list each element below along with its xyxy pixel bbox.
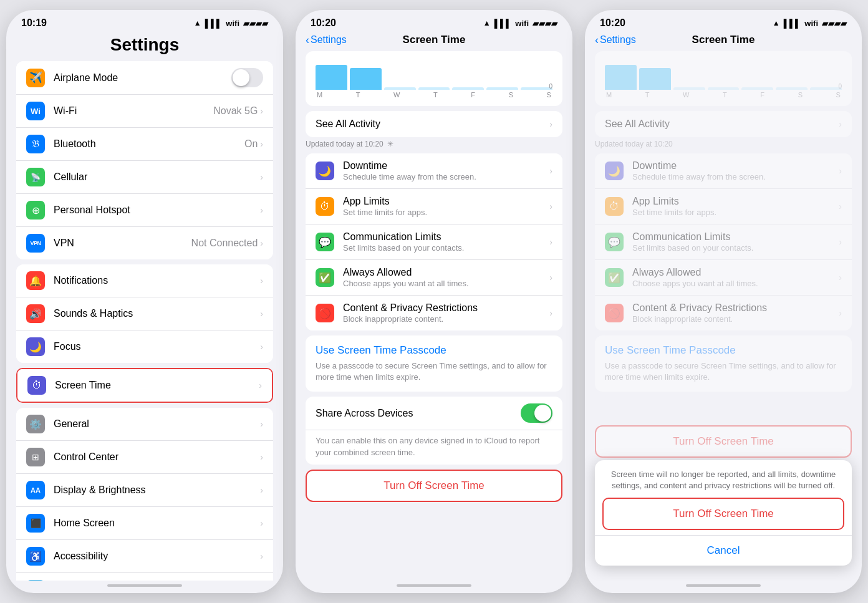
screen-time-highlighted-group: ⏱ Screen Time › — [16, 368, 273, 403]
alwaysallowed-row-2[interactable]: ✅ Always Allowed Choose apps you want at… — [306, 260, 562, 296]
accessibility-label: Accessibility — [54, 551, 260, 562]
passcode-desc-3: Use a passcode to secure Screen Time set… — [605, 360, 842, 383]
alert-turn-off-btn-3[interactable]: Turn Off Screen Time — [602, 498, 844, 530]
focus-row[interactable]: 🌙 Focus › — [16, 330, 273, 363]
bar-s1-3 — [776, 87, 808, 90]
alwaysallowed-icon-3: ✅ — [605, 268, 624, 287]
share-toggle-2[interactable] — [521, 403, 552, 423]
status-time-2: 10:20 — [311, 17, 336, 29]
see-all-label-3: See All Activity — [605, 118, 670, 130]
notifications-row[interactable]: 🔔 Notifications › — [16, 264, 273, 297]
bar-f-2 — [452, 87, 484, 90]
see-all-row-2[interactable]: See All Activity › — [306, 111, 562, 137]
alwaysallowed-row-3[interactable]: ✅ Always Allowed Choose apps you want at… — [595, 260, 852, 296]
status-time-1: 10:19 — [21, 17, 47, 29]
contentprivacy-row-2[interactable]: 🚫 Content & Privacy Restrictions Block i… — [306, 296, 562, 330]
commlimits-row-2[interactable]: 💬 Communication Limits Set limits based … — [306, 224, 562, 260]
commlimits-label-2: Communication Limits — [343, 231, 549, 243]
home-indicator-3 — [585, 581, 862, 593]
chart-days-2: MTWTFSS — [316, 91, 552, 99]
general-row[interactable]: ⚙️ General › — [16, 408, 273, 441]
chart-days-3: MTWTFSS — [605, 91, 842, 99]
downtime-chevron-3: › — [839, 166, 842, 176]
passcode-link-2[interactable]: Use Screen Time Passcode — [316, 344, 552, 357]
display-row[interactable]: AA Display & Brightness › — [16, 474, 273, 507]
general-icon: ⚙️ — [26, 415, 45, 433]
downtime-subtitle-2: Schedule time away from the screen. — [343, 172, 549, 181]
screen-time-icon: ⏱ — [27, 376, 46, 395]
screen-time-row[interactable]: ⏱ Screen Time › — [17, 369, 272, 402]
home-indicator-1 — [6, 581, 283, 593]
passcode-section-3[interactable]: Use Screen Time Passcode Use a passcode … — [595, 335, 852, 392]
screen-time-scroll-3: 0 MTWTFSS See All Activity › Updated tod… — [585, 51, 862, 581]
share-row-2: Share Across Devices You can enable this… — [306, 397, 562, 464]
cellular-icon: 📡 — [26, 168, 45, 186]
bluetooth-row[interactable]: 𝔅 Bluetooth On › — [16, 128, 273, 161]
phone-2: 10:20 ▲ ▌▌▌ wifi ▰▰▰▰ ‹ Settings Screen … — [296, 10, 572, 593]
downtime-chevron-2: › — [549, 166, 552, 176]
wifi-icon-2: wifi — [515, 19, 529, 28]
homescreen-label: Home Screen — [54, 518, 260, 529]
passcode-link-3[interactable]: Use Screen Time Passcode — [605, 344, 842, 357]
features-group-3: 🌙 Downtime Schedule time away from the s… — [595, 153, 852, 330]
downtime-label-2: Downtime — [343, 160, 549, 171]
applimits-chevron-2: › — [549, 201, 552, 211]
passcode-section-2[interactable]: Use Screen Time Passcode Use a passcode … — [306, 335, 562, 392]
notifications-chevron: › — [260, 276, 263, 286]
applimits-row-3[interactable]: ⏱ App Limits Set time limits for apps. › — [595, 189, 852, 224]
screen-time-label: Screen Time — [55, 380, 259, 391]
control-center-label: Control Center — [54, 451, 260, 463]
alert-cancel-btn-3[interactable]: Cancel — [595, 535, 852, 566]
wallpaper-row[interactable]: 🌸 Wallpaper › — [16, 573, 273, 581]
display-icon: AA — [26, 481, 45, 499]
notifications-icon: 🔔 — [26, 271, 45, 290]
airplane-mode-row[interactable]: ✈️ Airplane Mode — [16, 61, 273, 95]
bar-t1-2 — [350, 68, 382, 90]
bluetooth-icon: 𝔅 — [26, 135, 45, 153]
display-label: Display & Brightness — [54, 485, 260, 496]
commlimits-subtitle-3: Set limits based on your contacts. — [632, 243, 839, 253]
airplane-toggle[interactable] — [231, 68, 263, 87]
wifi-value: Novak 5G — [213, 105, 258, 117]
see-all-row-3[interactable]: See All Activity › — [595, 111, 852, 137]
control-center-row[interactable]: ⊞ Control Center › — [16, 441, 273, 474]
wifi-icon-3: wifi — [804, 19, 818, 28]
status-icons-1: ▲ ▌▌▌ wifi ▰▰▰▰ — [194, 19, 268, 28]
back-button-2[interactable]: ‹ Settings — [306, 34, 347, 47]
back-button-3[interactable]: ‹ Settings — [595, 34, 636, 47]
commlimits-row-3[interactable]: 💬 Communication Limits Set limits based … — [595, 224, 852, 260]
sounds-row[interactable]: 🔊 Sounds & Haptics › — [16, 297, 273, 330]
commlimits-icon-3: 💬 — [605, 233, 624, 251]
location-icon-3: ▲ — [773, 19, 780, 27]
turn-off-btn-2[interactable]: Turn Off Screen Time — [306, 470, 562, 502]
accessibility-row[interactable]: ♿ Accessibility › — [16, 540, 273, 573]
chart-area-3: 0 MTWTFSS — [595, 51, 852, 106]
downtime-row-2[interactable]: 🌙 Downtime Schedule time away from the s… — [306, 153, 562, 189]
focus-label: Focus — [54, 341, 260, 352]
bluetooth-value: On — [244, 138, 258, 150]
downtime-label-3: Downtime — [632, 160, 839, 171]
wifi-row[interactable]: Wi Wi-Fi Novak 5G › — [16, 95, 273, 128]
homescreen-row[interactable]: ⬛ Home Screen › — [16, 507, 273, 540]
homescreen-chevron: › — [260, 518, 263, 528]
alert-message-3: Screen time will no longer be reported, … — [595, 460, 852, 498]
hotspot-row[interactable]: ⊕ Personal Hotspot › — [16, 194, 273, 227]
share-toggle-row-2[interactable]: Share Across Devices — [306, 397, 562, 430]
contentprivacy-icon-3: 🚫 — [605, 304, 624, 322]
applimits-row-2[interactable]: ⏱ App Limits Set time limits for apps. › — [306, 189, 562, 224]
status-icons-2: ▲ ▌▌▌ wifi ▰▰▰▰ — [483, 19, 557, 28]
accessibility-chevron: › — [260, 551, 263, 561]
downtime-row-3[interactable]: 🌙 Downtime Schedule time away from the s… — [595, 153, 852, 189]
vpn-row[interactable]: VPN VPN Not Connected › — [16, 227, 273, 259]
alwaysallowed-chevron-2: › — [549, 273, 552, 282]
hotspot-icon: ⊕ — [26, 201, 45, 219]
status-time-3: 10:20 — [600, 17, 625, 29]
features-group-2: 🌙 Downtime Schedule time away from the s… — [306, 153, 562, 330]
bar-s1-2 — [486, 87, 518, 90]
nav-bar-2: ‹ Settings Screen Time — [296, 31, 572, 51]
contentprivacy-label-3: Content & Privacy Restrictions — [632, 302, 839, 314]
cellular-row[interactable]: 📡 Cellular › — [16, 161, 273, 194]
chart-bars-2: 0 — [316, 59, 552, 90]
contentprivacy-row-3[interactable]: 🚫 Content & Privacy Restrictions Block i… — [595, 296, 852, 330]
notifications-group: 🔔 Notifications › 🔊 Sounds & Haptics › — [16, 264, 273, 363]
